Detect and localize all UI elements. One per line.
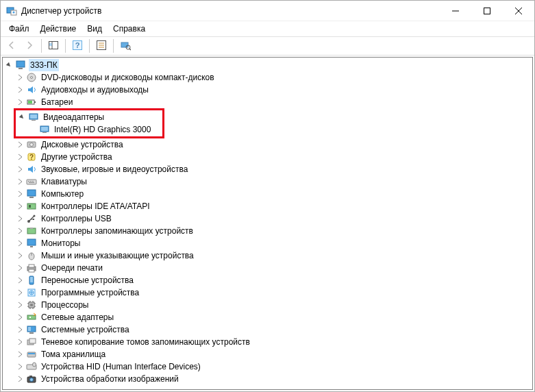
expand-icon[interactable] <box>15 226 25 236</box>
tree-node-battery[interactable]: Батареи <box>3 96 532 108</box>
node-label: Контроллеры IDE ATA/ATAPI <box>40 200 151 212</box>
tree-node-sound[interactable]: Звуковые, игровые и видеоустройства <box>3 163 532 175</box>
toolbar-separator <box>89 39 90 53</box>
audio-icon <box>26 84 37 95</box>
window-buttons <box>440 1 534 21</box>
maximize-button[interactable] <box>471 1 503 21</box>
tree-node-disk[interactable]: Дисковые устройства <box>3 138 532 151</box>
expand-icon[interactable] <box>15 238 25 248</box>
node-label: Мыши и иные указывающие устройства <box>40 249 195 262</box>
node-label: Компьютер <box>40 188 85 200</box>
tree-node-system[interactable]: Системные устройства <box>3 323 532 336</box>
expand-icon[interactable] <box>15 275 25 285</box>
node-label: Контроллеры запоминающих устройств <box>40 225 195 237</box>
printer-icon <box>26 262 37 273</box>
menu-view[interactable]: Вид <box>82 23 108 35</box>
expand-icon[interactable] <box>15 177 25 186</box>
expand-icon[interactable] <box>15 214 25 223</box>
hid-icon <box>26 361 37 372</box>
tree-node-portable[interactable]: Переносные устройства <box>3 274 532 286</box>
keyboard-icon <box>26 176 37 187</box>
system-icon <box>26 324 37 335</box>
tree-node-storage-ctrl[interactable]: Контроллеры запоминающих устройств <box>3 225 532 237</box>
scan-hardware-button[interactable] <box>117 38 134 54</box>
properties-button[interactable] <box>93 38 110 54</box>
expand-icon[interactable] <box>15 97 25 107</box>
tree-node-usb[interactable]: Контроллеры USB <box>3 212 532 225</box>
tree-node-other[interactable]: ? Другие устройства <box>3 151 532 163</box>
tree-node-shadow[interactable]: Теневое копирование томов запоминающих у… <box>3 336 532 348</box>
tree-node-mouse[interactable]: Мыши и иные указывающие устройства <box>3 249 532 262</box>
show-hide-console-button[interactable] <box>45 38 62 54</box>
node-label: Переносные устройства <box>40 274 135 286</box>
tree-node-ide[interactable]: Контроллеры IDE ATA/ATAPI <box>3 200 532 212</box>
node-label: Intel(R) HD Graphics 3000 <box>53 123 152 136</box>
expand-icon[interactable] <box>15 251 25 260</box>
menu-action[interactable]: Действие <box>35 23 82 35</box>
expand-icon[interactable] <box>15 152 25 162</box>
svg-rect-84 <box>29 376 32 377</box>
expand-icon[interactable] <box>15 313 25 322</box>
expand-icon[interactable] <box>15 201 25 211</box>
tree-node-display-adapters[interactable]: Видеоадаптеры <box>5 111 162 123</box>
close-button[interactable] <box>503 1 534 21</box>
collapse-icon[interactable] <box>17 112 27 122</box>
toolbar: ? <box>1 36 534 56</box>
minimize-button[interactable] <box>440 1 471 21</box>
app-icon <box>6 5 17 16</box>
tree-node-volumes[interactable]: Тома хранилища <box>3 348 532 360</box>
node-label: Дисковые устройства <box>40 138 125 151</box>
svg-text:?: ? <box>75 41 80 49</box>
tree-node-software[interactable]: Программные устройства <box>3 286 532 299</box>
tree-node-computer[interactable]: Компьютер <box>3 188 532 200</box>
menubar: Файл Действие Вид Справка <box>1 21 534 36</box>
expand-icon[interactable] <box>15 325 25 334</box>
expand-icon[interactable] <box>15 189 25 199</box>
svg-rect-79 <box>28 353 35 354</box>
node-label: Тома хранилища <box>40 348 107 360</box>
tree-root[interactable]: 333-ПК <box>3 59 532 71</box>
expand-icon[interactable] <box>15 164 25 174</box>
tree-node-gpu[interactable]: Intel(R) HD Graphics 3000 <box>5 123 162 136</box>
node-label: Системные устройства <box>40 323 131 336</box>
expand-icon[interactable] <box>15 350 25 359</box>
device-tree[interactable]: 333-ПК DVD-дисководы и дисководы компакт… <box>3 58 532 389</box>
monitor-icon <box>26 238 37 249</box>
tree-node-printq[interactable]: Очереди печати <box>3 262 532 274</box>
tree-node-dvd[interactable]: DVD-дисководы и дисководы компакт-дисков <box>3 71 532 84</box>
tree-node-imaging[interactable]: Устройства обработки изображений <box>3 373 532 385</box>
tree-node-monitor[interactable]: Мониторы <box>3 237 532 249</box>
expand-icon[interactable] <box>15 85 25 95</box>
toolbar-separator <box>41 39 42 53</box>
svg-rect-39 <box>30 181 32 182</box>
expand-icon[interactable] <box>15 300 25 310</box>
tree-node-network[interactable]: Сетевые адаптеры <box>3 311 532 323</box>
disk-icon <box>26 139 37 150</box>
menu-help[interactable]: Справка <box>108 23 151 35</box>
root-label: 333-ПК <box>29 59 59 71</box>
tree-node-keyboard[interactable]: Клавиатуры <box>3 175 532 188</box>
svg-point-2 <box>13 11 15 13</box>
expand-icon[interactable] <box>15 140 25 149</box>
node-label: Мониторы <box>40 237 82 249</box>
expand-icon[interactable] <box>15 337 25 347</box>
expand-icon[interactable] <box>15 263 25 273</box>
expand-icon[interactable] <box>15 374 25 384</box>
tree-node-cpu[interactable]: Процессоры <box>3 299 532 311</box>
node-label: Клавиатуры <box>40 175 88 188</box>
expand-icon[interactable] <box>15 362 25 371</box>
svg-line-19 <box>129 49 131 50</box>
sound-icon <box>26 164 37 175</box>
menu-file[interactable]: Файл <box>3 23 35 35</box>
svg-point-34 <box>30 143 34 147</box>
svg-rect-72 <box>29 317 31 318</box>
mouse-icon <box>26 250 37 261</box>
svg-rect-25 <box>34 101 36 103</box>
expand-icon[interactable] <box>15 288 25 297</box>
svg-point-47 <box>34 215 36 217</box>
tree-node-hid[interactable]: Устройства HID (Human Interface Devices) <box>3 360 532 373</box>
help-button[interactable]: ? <box>69 38 86 54</box>
tree-node-audio[interactable]: Аудиовходы и аудиовыходы <box>3 84 532 96</box>
collapse-icon[interactable] <box>4 60 14 70</box>
expand-icon[interactable] <box>15 73 25 82</box>
